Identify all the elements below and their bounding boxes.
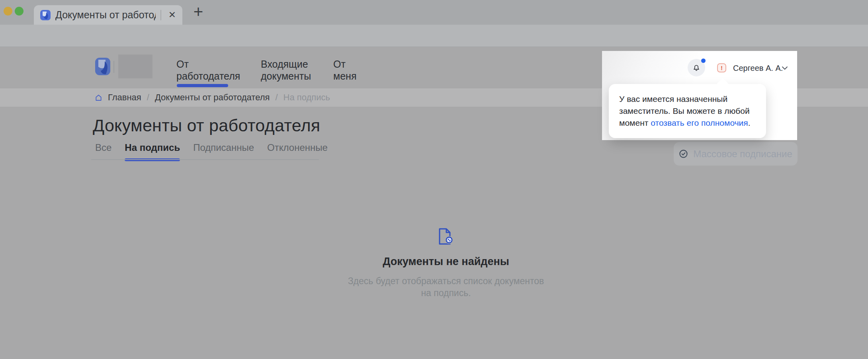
tab-all[interactable]: Все bbox=[95, 142, 111, 153]
tooltip-text-after: . bbox=[748, 118, 751, 127]
filter-tabs: Все На подпись Подписанные Отклоненные bbox=[95, 142, 328, 153]
kedo-favicon-icon bbox=[40, 10, 51, 20]
home-icon[interactable] bbox=[95, 94, 102, 101]
bell-icon bbox=[692, 63, 701, 72]
tab-signed[interactable]: Подписанные bbox=[193, 142, 254, 153]
browser-tab-bar: Документы от работодателя ✕ + bbox=[0, 0, 868, 25]
unread-notification-dot bbox=[701, 59, 706, 63]
user-menu-name[interactable]: Сергеев А. А. bbox=[733, 64, 783, 73]
new-tab-button[interactable]: + bbox=[190, 2, 206, 22]
tooltip-arrow bbox=[716, 78, 729, 84]
kedo-logo-icon[interactable] bbox=[94, 57, 111, 76]
breadcrumb-separator: / bbox=[147, 92, 149, 103]
revoke-deputy-link[interactable]: отозвать его полномочия bbox=[651, 118, 748, 127]
bulk-sign-button[interactable]: Массовое подписание bbox=[674, 142, 798, 166]
empty-state: Документы не найдены Здесь будет отображ… bbox=[346, 228, 545, 299]
browser-tab[interactable]: Документы от работодателя ✕ bbox=[34, 5, 182, 25]
document-not-found-icon bbox=[438, 228, 454, 246]
breadcrumb-documents[interactable]: Документы от работодателя bbox=[155, 92, 270, 103]
header-divider bbox=[113, 61, 114, 73]
browser-toolbar: kedo ☆ N bbox=[0, 25, 868, 47]
page-title: Документы от работодателя bbox=[93, 116, 320, 135]
nav-item-from-employer[interactable]: От работодателя bbox=[176, 58, 240, 82]
tab-title: Документы от работодателя bbox=[55, 9, 156, 21]
org-logo-redaction-box bbox=[118, 55, 152, 78]
minimize-window-button[interactable] bbox=[4, 7, 12, 16]
deputy-warning-icon[interactable]: ! bbox=[717, 63, 726, 72]
breadcrumb: Главная / Документы от работодателя / На… bbox=[95, 88, 330, 107]
close-tab-icon[interactable]: ✕ bbox=[166, 10, 178, 20]
breadcrumb-home[interactable]: Главная bbox=[108, 92, 141, 103]
tabs-baseline bbox=[91, 159, 319, 160]
breadcrumb-separator: / bbox=[275, 92, 278, 103]
bulk-sign-label: Массовое подписание bbox=[693, 148, 792, 160]
tab-rejected[interactable]: Отклоненные bbox=[267, 142, 328, 153]
nav-item-incoming-documents[interactable]: Входящие документы bbox=[261, 58, 315, 82]
zoom-window-button[interactable] bbox=[15, 7, 23, 16]
deputy-tooltip: У вас имеется назначенный заместитель. В… bbox=[609, 84, 766, 138]
browser-window: Документы от работодателя ✕ + kedo ☆ N О… bbox=[0, 0, 868, 359]
nav-item-from-me[interactable]: От меня bbox=[333, 58, 365, 82]
chevron-down-icon[interactable] bbox=[782, 66, 788, 70]
empty-state-title: Документы не найдены bbox=[346, 256, 545, 268]
active-nav-underline bbox=[177, 84, 228, 87]
empty-state-subtitle: Здесь будет отображаться список документ… bbox=[346, 275, 545, 299]
tab-divider bbox=[160, 10, 161, 20]
check-circle-icon bbox=[679, 149, 688, 158]
tab-to-sign[interactable]: На подпись bbox=[125, 142, 180, 153]
breadcrumb-current: На подпись bbox=[283, 92, 330, 103]
